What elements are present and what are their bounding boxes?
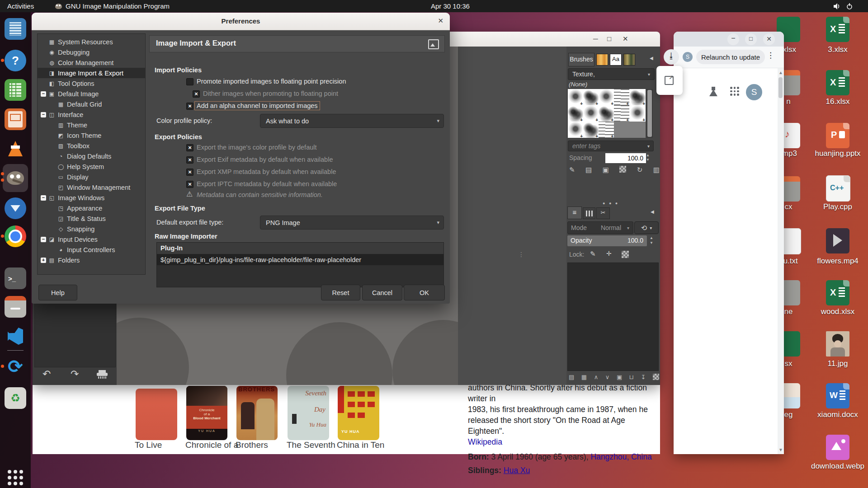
maximize-button[interactable]: □	[607, 35, 611, 42]
cpp-icon[interactable]: C++	[826, 175, 850, 202]
tab-paths[interactable]: ✂	[596, 207, 610, 219]
file-label[interactable]: wood.xlsx	[806, 307, 868, 316]
book-title[interactable]: The Seventh	[287, 440, 335, 450]
tree-item-selected[interactable]: ◨Image Import & Export	[38, 68, 146, 78]
dock-libreoffice-impress[interactable]	[4, 108, 27, 131]
dither-label[interactable]: Dither images when promoting to floating…	[203, 90, 338, 97]
tree-item[interactable]: ◲Title & Status	[38, 213, 146, 224]
refresh-brushes-icon[interactable]: ↻	[637, 166, 643, 174]
wikipedia-link[interactable]: Wikipedia	[468, 437, 502, 446]
tree-item[interactable]: ◕Input Controllers	[38, 244, 146, 255]
maximize-button[interactable]: □	[745, 33, 757, 45]
file-label[interactable]: 11.jpg	[806, 359, 868, 368]
brush-thumbnail[interactable]: +	[583, 105, 599, 122]
tab-layers[interactable]: ≡	[567, 206, 582, 219]
file-label[interactable]: huanjing.pptx	[806, 149, 868, 158]
dock-help[interactable]: ?	[4, 49, 27, 72]
tree-item[interactable]: ◳Appearance	[38, 203, 146, 213]
dock-drag-handle[interactable]: ⋮	[518, 251, 524, 258]
mode-switch-button[interactable]: ⟲▾	[634, 221, 659, 234]
minimize-button[interactable]: ─	[593, 35, 598, 42]
profile-avatar-large[interactable]: S	[746, 84, 762, 100]
tree-item[interactable]: ▨Toolbox	[38, 141, 146, 151]
ok-button[interactable]: OK	[404, 285, 445, 300]
tree-item[interactable]: ▭Display	[38, 172, 146, 182]
tree-item[interactable]: ◰Window Management	[38, 182, 146, 192]
export-xmp-label[interactable]: Export XMP metadata by default when avai…	[197, 168, 336, 175]
close-icon[interactable]: ✕	[438, 17, 443, 25]
export-iptc-label[interactable]: Export IPTC metadata by default when ava…	[197, 180, 337, 188]
printer-icon[interactable]	[97, 370, 108, 378]
new-layer-icon[interactable]: ▤	[569, 374, 574, 380]
brush-thumbnail[interactable]: +	[599, 122, 614, 138]
tree-item[interactable]: ◧Tool Options	[38, 78, 146, 89]
brush-grid-scrollbar[interactable]	[646, 89, 653, 138]
dock-terminal[interactable]: >_	[4, 267, 27, 290]
born-place-link[interactable]: Hangzhou, China	[590, 452, 651, 461]
dock-thunderbird[interactable]	[4, 197, 27, 220]
file-label[interactable]: download.webp	[806, 462, 868, 471]
book-cover-seventh-day[interactable]: Seventh Day Yu Hua	[288, 386, 329, 440]
brush-thumbnail[interactable]: +	[614, 89, 629, 105]
docx-icon[interactable]: W	[826, 383, 849, 408]
jpg-photo-icon[interactable]	[826, 331, 849, 357]
export-color-profile-checkbox[interactable]: ×	[186, 144, 193, 151]
xlsx-icon[interactable]: X	[826, 17, 849, 42]
export-xmp-checkbox[interactable]: ×	[186, 169, 193, 176]
tab-patterns[interactable]	[596, 54, 608, 66]
show-applications-button[interactable]	[8, 470, 23, 485]
export-exif-label[interactable]: Export Exif metadata by default when ava…	[197, 156, 333, 163]
dock-vlc[interactable]	[4, 137, 27, 160]
clock[interactable]: Apr 30 10:36	[431, 0, 470, 12]
dock-gimp[interactable]	[4, 165, 27, 191]
tree-item[interactable]: ◔Dialog Defaults	[38, 151, 146, 161]
book-cover-chronicle[interactable]: Chronicle of a Blood Merchant YU HUA	[186, 386, 227, 440]
new-group-icon[interactable]: ▦	[581, 374, 587, 380]
dialog-titlebar[interactable]: Preferences ✕	[32, 13, 450, 30]
siblings-link[interactable]: Hua Xu	[504, 466, 530, 475]
collapse-expander[interactable]: −	[41, 91, 46, 97]
book-title[interactable]: Brothers	[236, 440, 268, 450]
dock-trash[interactable]: ♻	[4, 386, 27, 410]
raw-column-header[interactable]: Plug-In	[157, 243, 443, 254]
delete-layer-icon[interactable]	[653, 374, 659, 380]
brush-thumbnail[interactable]: +	[629, 89, 646, 105]
raw-importer-row[interactable]: ${gimp_plug_in_dir}/plug-ins/file-raw-pl…	[157, 254, 443, 265]
undo-icon[interactable]: ↶	[42, 368, 51, 380]
redo-icon[interactable]: ↷	[71, 368, 79, 380]
kebab-menu-icon[interactable]: ⋮	[767, 51, 774, 60]
labs-icon[interactable]	[709, 87, 719, 97]
download-icon[interactable]: ⭳	[664, 49, 679, 65]
tab-menu-icon[interactable]: ◀	[651, 209, 654, 214]
tree-item[interactable]: ◍Color Management	[38, 57, 146, 68]
focused-app-menu[interactable]: GNU Image Manipulation Program	[55, 0, 170, 12]
file-label[interactable]: xiaomi.docx	[806, 410, 868, 419]
alpha-checkbox[interactable]: ×	[186, 103, 193, 110]
brush-thumbnail[interactable]: +	[599, 105, 614, 122]
export-color-profile-label[interactable]: Export the image's color profile by defa…	[197, 144, 317, 151]
lock-alpha-icon[interactable]	[622, 251, 629, 258]
relaunch-button[interactable]: Relaunch to update	[696, 50, 765, 64]
system-status-area[interactable]	[834, 0, 853, 12]
book-cover-to-live[interactable]	[136, 389, 177, 440]
brush-grid[interactable]: + + + + + + + + + + + + +	[568, 89, 646, 138]
opacity-slider[interactable]: Opacity 100.0	[567, 235, 647, 246]
duplicate-layer-icon[interactable]: ▣	[617, 374, 622, 380]
book-cover-brothers[interactable]: BROTHERS	[236, 386, 278, 440]
tree-item[interactable]: −◫Interface	[38, 109, 146, 120]
merge-layer-icon[interactable]: ⊔	[629, 374, 634, 380]
brush-thumbnail[interactable]: +	[568, 89, 583, 105]
mode-dropdown[interactable]: Mode Normal ▾	[567, 221, 633, 234]
brush-thumbnail[interactable]: +	[583, 89, 599, 105]
lock-move-icon[interactable]: ✛	[606, 250, 612, 257]
tags-input[interactable]: enter tags ▾	[568, 141, 654, 151]
tree-item[interactable]: ◇Snapping	[38, 224, 146, 234]
tab-fonts[interactable]: Aa	[610, 54, 622, 66]
tab-menu-icon[interactable]: ◀	[650, 56, 653, 61]
book-title[interactable]: China in Ten	[337, 440, 384, 450]
tree-item[interactable]: ◩Icon Theme	[38, 130, 146, 141]
tree-item[interactable]: +▤Folders	[38, 255, 146, 265]
file-label[interactable]: Play.cpp	[806, 202, 868, 211]
tree-item[interactable]: −▣Default Image	[38, 89, 146, 99]
brush-thumbnail[interactable]: +	[568, 122, 583, 138]
